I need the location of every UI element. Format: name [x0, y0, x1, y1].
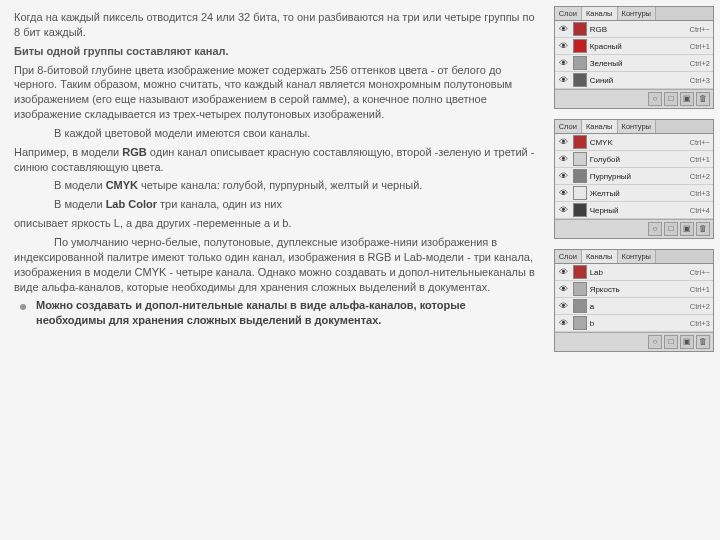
- bullet-text: Можно создавать и допол-нительные каналы…: [36, 298, 536, 328]
- panel-tab[interactable]: Слои: [555, 7, 582, 20]
- channel-row[interactable]: 👁СинийCtrl+3: [555, 72, 713, 89]
- channels-panel: СлоиКаналыКонтуры👁LabCtrl+~👁ЯркостьCtrl+…: [554, 249, 714, 352]
- channel-shortcut: Ctrl+2: [690, 172, 710, 181]
- channel-shortcut: Ctrl+~: [690, 25, 710, 34]
- para-cmyk: В модели CMYK четыре канала: голубой, пу…: [14, 178, 536, 193]
- panel-tab[interactable]: Контуры: [618, 120, 656, 133]
- channel-thumbnail: [573, 73, 587, 87]
- channel-thumbnail: [573, 282, 587, 296]
- channel-rows: 👁CMYKCtrl+~👁ГолубойCtrl+1👁ПурпурныйCtrl+…: [555, 134, 713, 219]
- panel-tab[interactable]: Контуры: [618, 250, 656, 263]
- channel-row[interactable]: 👁ЧерныйCtrl+4: [555, 202, 713, 219]
- panel-footer: ○□▣🗑: [555, 89, 713, 108]
- panel-footer-button[interactable]: ▣: [680, 335, 694, 349]
- panel-footer-button[interactable]: 🗑: [696, 92, 710, 106]
- channel-shortcut: Ctrl+2: [690, 302, 710, 311]
- channel-thumbnail: [573, 169, 587, 183]
- panel-footer-button[interactable]: ○: [648, 222, 662, 236]
- panel-tabs: СлоиКаналыКонтуры: [555, 120, 713, 134]
- panel-footer-button[interactable]: □: [664, 335, 678, 349]
- channel-label: a: [590, 302, 690, 311]
- para-intro: Когда на каждый пиксель отводится 24 или…: [14, 10, 536, 40]
- panel-tabs: СлоиКаналыКонтуры: [555, 7, 713, 21]
- channel-shortcut: Ctrl+3: [690, 189, 710, 198]
- channel-shortcut: Ctrl+2: [690, 59, 710, 68]
- channel-row[interactable]: 👁CMYKCtrl+~: [555, 134, 713, 151]
- panel-tab[interactable]: Каналы: [582, 120, 618, 133]
- channel-row[interactable]: 👁ГолубойCtrl+1: [555, 151, 713, 168]
- para-lab2: описывает яркость L, а два других -перем…: [14, 216, 536, 231]
- channel-label: Черный: [590, 206, 690, 215]
- channel-label: Голубой: [590, 155, 690, 164]
- channel-label: CMYK: [590, 138, 690, 147]
- channel-row[interactable]: 👁bCtrl+3: [555, 315, 713, 332]
- channel-label: Синий: [590, 76, 690, 85]
- para-default: По умолчанию черно-белые, полутоновые, д…: [14, 235, 536, 294]
- channel-shortcut: Ctrl+1: [690, 155, 710, 164]
- channel-row[interactable]: 👁ЖелтыйCtrl+3: [555, 185, 713, 202]
- panel-footer-button[interactable]: □: [664, 222, 678, 236]
- channel-shortcut: Ctrl+~: [690, 138, 710, 147]
- channels-panel: СлоиКаналыКонтуры👁RGBCtrl+~👁КрасныйCtrl+…: [554, 6, 714, 109]
- para-rgb: Например, в модели RGB один канал описыв…: [14, 145, 536, 175]
- para-models: В каждой цветовой модели имеются свои ка…: [14, 126, 536, 141]
- channel-row[interactable]: 👁RGBCtrl+~: [555, 21, 713, 38]
- channel-thumbnail: [573, 152, 587, 166]
- channel-row[interactable]: 👁ЯркостьCtrl+1: [555, 281, 713, 298]
- channel-shortcut: Ctrl+~: [690, 268, 710, 277]
- visibility-icon[interactable]: 👁: [558, 58, 570, 68]
- channel-thumbnail: [573, 203, 587, 217]
- bullet-marker: [20, 304, 26, 310]
- channel-shortcut: Ctrl+1: [690, 285, 710, 294]
- channel-thumbnail: [573, 186, 587, 200]
- channel-row[interactable]: 👁aCtrl+2: [555, 298, 713, 315]
- channel-thumbnail: [573, 39, 587, 53]
- channel-label: Желтый: [590, 189, 690, 198]
- para-heading: Биты одной группы составляют канал.: [14, 44, 536, 59]
- visibility-icon[interactable]: 👁: [558, 24, 570, 34]
- channels-panel: СлоиКаналыКонтуры👁CMYKCtrl+~👁ГолубойCtrl…: [554, 119, 714, 239]
- channel-row[interactable]: 👁ЗеленыйCtrl+2: [555, 55, 713, 72]
- panel-tab[interactable]: Слои: [555, 120, 582, 133]
- channel-row[interactable]: 👁LabCtrl+~: [555, 264, 713, 281]
- panel-footer-button[interactable]: □: [664, 92, 678, 106]
- panel-tab[interactable]: Контуры: [618, 7, 656, 20]
- visibility-icon[interactable]: 👁: [558, 41, 570, 51]
- channel-shortcut: Ctrl+3: [690, 319, 710, 328]
- para-lab1: В модели Lab Color три канала, один из н…: [14, 197, 536, 212]
- channel-shortcut: Ctrl+1: [690, 42, 710, 51]
- panel-tab[interactable]: Каналы: [582, 250, 618, 263]
- channel-label: RGB: [590, 25, 690, 34]
- channel-rows: 👁LabCtrl+~👁ЯркостьCtrl+1👁aCtrl+2👁bCtrl+3: [555, 264, 713, 332]
- panel-tab[interactable]: Каналы: [582, 7, 618, 20]
- panel-footer: ○□▣🗑: [555, 332, 713, 351]
- panel-footer-button[interactable]: 🗑: [696, 335, 710, 349]
- visibility-icon[interactable]: 👁: [558, 188, 570, 198]
- channel-thumbnail: [573, 22, 587, 36]
- channel-thumbnail: [573, 265, 587, 279]
- visibility-icon[interactable]: 👁: [558, 137, 570, 147]
- panel-footer: ○□▣🗑: [555, 219, 713, 238]
- visibility-icon[interactable]: 👁: [558, 284, 570, 294]
- visibility-icon[interactable]: 👁: [558, 205, 570, 215]
- panel-footer-button[interactable]: ○: [648, 92, 662, 106]
- visibility-icon[interactable]: 👁: [558, 318, 570, 328]
- panel-tab[interactable]: Слои: [555, 250, 582, 263]
- visibility-icon[interactable]: 👁: [558, 267, 570, 277]
- visibility-icon[interactable]: 👁: [558, 75, 570, 85]
- panel-footer-button[interactable]: ▣: [680, 222, 694, 236]
- channel-label: Яркость: [590, 285, 690, 294]
- channel-label: Пурпурный: [590, 172, 690, 181]
- panel-footer-button[interactable]: ▣: [680, 92, 694, 106]
- channel-thumbnail: [573, 316, 587, 330]
- panel-footer-button[interactable]: ○: [648, 335, 662, 349]
- channel-label: Красный: [590, 42, 690, 51]
- panel-footer-button[interactable]: 🗑: [696, 222, 710, 236]
- visibility-icon[interactable]: 👁: [558, 171, 570, 181]
- channel-shortcut: Ctrl+4: [690, 206, 710, 215]
- channel-row[interactable]: 👁ПурпурныйCtrl+2: [555, 168, 713, 185]
- visibility-icon[interactable]: 👁: [558, 154, 570, 164]
- panel-tabs: СлоиКаналыКонтуры: [555, 250, 713, 264]
- channel-row[interactable]: 👁КрасныйCtrl+1: [555, 38, 713, 55]
- visibility-icon[interactable]: 👁: [558, 301, 570, 311]
